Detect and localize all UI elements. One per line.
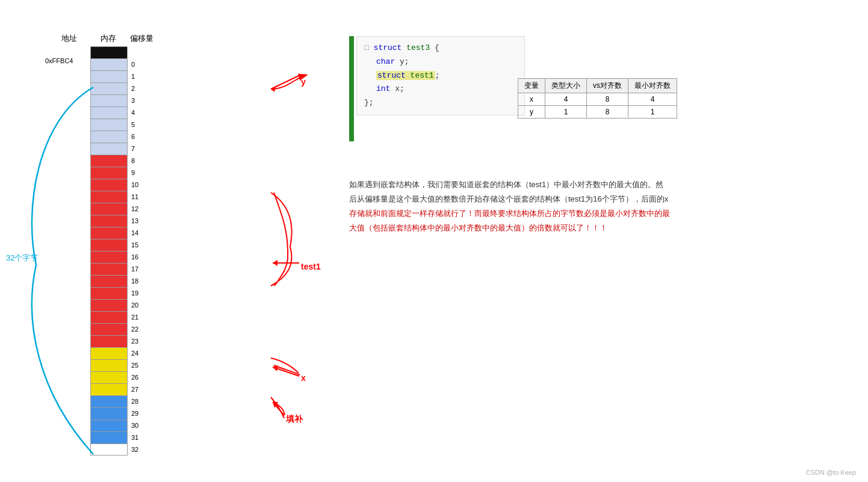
kw-struct: struct [374, 43, 407, 52]
memory-header: 地址 内存 偏移量 [48, 33, 158, 44]
memory-row: 15 [48, 239, 158, 251]
mem-offset-cell: 18 [128, 277, 158, 285]
mem-cell [90, 311, 128, 323]
arrow-test1-zigzag [271, 193, 292, 286]
memory-row: 21 [48, 311, 158, 323]
mem-cell [90, 383, 128, 395]
memory-row [48, 46, 158, 58]
memory-row: 13 [48, 215, 158, 227]
code-var-x: x; [395, 84, 405, 93]
mem-offset-cell: 1 [128, 73, 158, 80]
memory-row: 17 [48, 263, 158, 275]
mem-offset-cell: 4 [128, 109, 158, 116]
table-cell: 1 [628, 106, 677, 119]
desc-line1: 如果遇到嵌套结构体，我们需要知道嵌套的结构体（test1）中最小对齐数中的最大值… [349, 180, 663, 189]
memory-row: 27 [48, 383, 158, 395]
mem-cell [90, 179, 128, 191]
info-table: 变量 类型大小 vs对齐数 最小对齐数 x484y181 [518, 78, 677, 119]
mem-cell [90, 82, 128, 94]
arrow-fill-head [273, 402, 278, 408]
mem-cell [90, 215, 128, 227]
mem-cell [90, 119, 128, 131]
memory-row: 19 [48, 287, 158, 299]
mem-cell [90, 275, 128, 287]
memory-row: 6 [48, 131, 158, 143]
mem-offset-cell: 20 [128, 301, 158, 309]
mem-header: 内存 [90, 33, 126, 44]
memory-row: 16 [48, 251, 158, 263]
arrow-y-head [271, 86, 276, 92]
memory-row: 23 [48, 335, 158, 347]
arrow-x-head [273, 365, 278, 371]
mem-offset-cell: 31 [128, 434, 158, 441]
mem-cell [90, 191, 128, 203]
memory-row: 8 [48, 155, 158, 167]
mem-offset-cell: 3 [128, 97, 158, 104]
arrow-fill-zigzag [271, 397, 284, 418]
arrow-x [274, 365, 300, 375]
memory-row: 32 [48, 443, 158, 456]
mem-cell [90, 287, 128, 299]
table-header-vsalign: vs对齐数 [587, 79, 628, 93]
mem-cell [90, 251, 128, 263]
mem-cell [90, 443, 128, 456]
memory-row: 25 [48, 359, 158, 371]
mem-offset-cell: 25 [128, 362, 158, 369]
code-line-3: struct test1; [364, 69, 517, 83]
code-line-5: }; [364, 96, 517, 110]
memory-row: 3 [48, 94, 158, 107]
memory-row: 30 [48, 419, 158, 431]
label-x: x [301, 373, 306, 383]
code-semicolon1: ; [435, 71, 440, 80]
memory-row: 18 [48, 275, 158, 287]
arrow-x-line [273, 367, 299, 376]
mem-cell [90, 335, 128, 347]
mem-cell [90, 46, 128, 58]
memory-row: 29 [48, 407, 158, 419]
mem-offset-cell: 29 [128, 410, 158, 417]
label-fill: 填补 [286, 414, 303, 425]
mem-offset-cell: 28 [128, 398, 158, 405]
mem-cell [90, 263, 128, 275]
table-header-typesize: 类型大小 [545, 79, 587, 93]
arrow-test1-head [273, 260, 277, 266]
memory-row: 10 [48, 179, 158, 191]
mem-cell [90, 407, 128, 419]
code-block: □ struct test3 { char y; struct test1; i… [356, 36, 525, 116]
mem-cell [90, 347, 128, 359]
code-section: □ struct test3 { char y; struct test1; i… [349, 36, 525, 116]
kw-struct-inner: struct [377, 71, 411, 80]
memory-row: 4 [48, 107, 158, 119]
mem-cell [90, 323, 128, 335]
code-line-4: int x; [364, 82, 517, 96]
memory-row: 24 [48, 347, 158, 359]
mem-cell [90, 359, 128, 371]
mem-offset-cell: 17 [128, 265, 158, 273]
table-cell: 4 [628, 93, 677, 106]
table-cell: 1 [545, 106, 587, 119]
mem-cell [90, 227, 128, 239]
table-header-var: 变量 [518, 79, 545, 93]
mem-cell [90, 371, 128, 383]
code-green-bar [349, 36, 354, 141]
arrow-fill-line [273, 402, 284, 415]
arrow-fill [274, 402, 285, 415]
mem-offset-cell: 19 [128, 289, 158, 297]
mem-offset-cell: 30 [128, 422, 158, 429]
mem-offset-cell: 11 [128, 193, 158, 200]
mem-cell [90, 419, 128, 431]
memory-row: 22 [48, 323, 158, 335]
code-expand-icon: □ [364, 43, 374, 52]
code-brace-close: }; [364, 98, 374, 107]
mem-offset-cell: 32 [128, 446, 158, 453]
mem-cell [90, 94, 128, 107]
code-line-1: □ struct test3 { [364, 42, 517, 55]
mem-offset-cell: 0 [128, 61, 158, 68]
mem-offset-cell: 10 [128, 181, 158, 188]
desc-line2: 后从偏移量是这个最大值的整数倍开始存储这个嵌套的结构体（test1为16个字节）… [349, 194, 668, 203]
mem-cell [90, 203, 128, 215]
desc-line3-red: 存储就和前面规定一样存储就行了！而最终要求结构体所占的字节数必须是最小对齐数中的… [349, 209, 670, 218]
memory-row: 7 [48, 143, 158, 155]
mem-offset-cell: 24 [128, 350, 158, 357]
table-cell: 8 [587, 106, 628, 119]
